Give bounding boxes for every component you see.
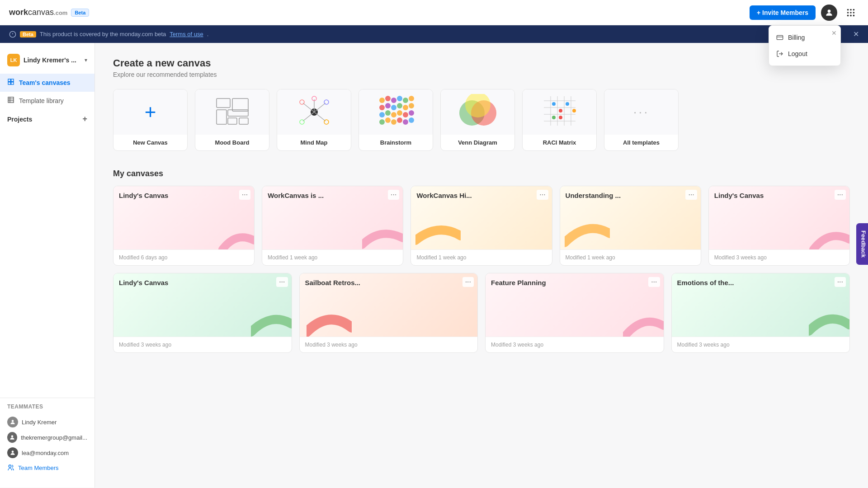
canvases-row2: ··· Lindy's Canvas Modified 3 weeks ago …: [113, 273, 850, 353]
dropdown-billing[interactable]: Billing: [769, 29, 840, 46]
svg-point-43: [385, 96, 391, 101]
canvases-section: My canvases ··· Lindy's Canvas Modified …: [113, 169, 850, 353]
template-mind-map[interactable]: Mind Map: [277, 89, 351, 151]
template-venn-diagram[interactable]: Venn Diagram: [440, 89, 515, 151]
app-title: workcanvas.com: [9, 8, 67, 17]
svg-point-4: [847, 12, 849, 14]
svg-rect-15: [8, 82, 10, 84]
projects-section-header: Projects +: [0, 110, 94, 128]
svg-point-7: [847, 14, 849, 16]
canvas-modified-6: Modified 3 weeks ago: [119, 342, 286, 348]
template-brainstorm[interactable]: Brainstorm: [359, 89, 433, 151]
canvas-modified-3: Modified 1 week ago: [416, 254, 546, 261]
template-raci-matrix-label: RACI Matrix: [523, 135, 596, 150]
template-new-canvas-label: New Canvas: [113, 135, 187, 150]
canvas-title-4: Understanding ...: [566, 192, 621, 199]
canvas-lindys-canvas-3[interactable]: ··· Lindy's Canvas Modified 3 weeks ago: [113, 273, 292, 353]
workspace-avatar: LK: [7, 54, 20, 66]
teammate-lea[interactable]: lea@monday.com: [7, 445, 87, 460]
svg-point-82: [559, 116, 562, 119]
sidebar-item-teams-canvases[interactable]: Team's canvases: [0, 74, 94, 92]
canvas-workcanvas-hi[interactable]: ··· WorkCanvas Hi... Modified 1 week ago: [410, 186, 552, 266]
svg-point-62: [391, 119, 396, 125]
template-mood-board-label: Mood Board: [195, 135, 269, 150]
canvas-menu-button-4[interactable]: ···: [685, 190, 697, 200]
template-mood-board[interactable]: Mood Board: [195, 89, 269, 151]
svg-point-79: [566, 102, 569, 106]
workspace-name: Lindy Kremer's ...: [24, 56, 81, 64]
svg-point-77: [552, 102, 556, 106]
canvases-row1: ··· Lindy's Canvas Modified 6 days ago ·…: [113, 186, 850, 266]
svg-point-56: [391, 112, 396, 117]
user-avatar-button[interactable]: [821, 5, 837, 21]
template-venn-diagram-label: Venn Diagram: [441, 135, 514, 150]
svg-point-47: [409, 96, 414, 101]
svg-rect-25: [217, 99, 230, 108]
canvas-menu-button-7[interactable]: ···: [462, 277, 474, 287]
canvas-lindys-canvas-1[interactable]: ··· Lindy's Canvas Modified 6 days ago: [113, 186, 255, 266]
canvas-feature-planning[interactable]: ··· Feature Planning Modified 3 weeks ag…: [485, 273, 664, 353]
workspace-selector[interactable]: LK Lindy Kremer's ... ▾: [0, 50, 94, 74]
teammate-lindy[interactable]: Lindy Kremer: [7, 414, 87, 430]
team-members-button[interactable]: Team Members: [7, 460, 87, 475]
canvas-workcanvas-is[interactable]: ··· WorkCanvas is ... Modified 1 week ag…: [262, 186, 403, 266]
svg-point-6: [853, 12, 855, 14]
canvas-menu-button-6[interactable]: ···: [276, 277, 288, 287]
svg-point-63: [397, 117, 402, 123]
svg-point-21: [12, 420, 14, 422]
svg-point-42: [379, 98, 385, 103]
canvas-lindys-canvas-2[interactable]: ··· Lindy's Canvas Modified 3 weeks ago: [708, 186, 850, 266]
template-library-label: Template library: [19, 97, 64, 104]
grid-menu-button[interactable]: [843, 5, 859, 21]
canvas-menu-button-3[interactable]: ···: [537, 190, 548, 200]
canvas-understanding[interactable]: ··· Understanding ... Modified 1 week ag…: [560, 186, 701, 266]
canvas-menu-button-2[interactable]: ···: [388, 190, 399, 200]
mood-board-preview: [214, 96, 250, 128]
svg-line-36: [303, 112, 314, 121]
svg-point-24: [9, 465, 11, 467]
banner-beta-tag: Beta: [20, 31, 36, 38]
team-members-label: Team Members: [18, 465, 59, 471]
svg-point-78: [559, 109, 562, 113]
banner-close-button[interactable]: ✕: [853, 30, 859, 38]
all-templates-icon: ···: [633, 105, 649, 119]
canvas-decoration-1: [213, 218, 254, 249]
template-all[interactable]: ··· All templates: [604, 89, 679, 151]
canvas-decoration-2: [362, 218, 403, 249]
feedback-label: Feedback: [860, 230, 867, 258]
canvas-decoration-7: [307, 305, 352, 337]
canvas-menu-button-8[interactable]: ···: [648, 277, 660, 287]
svg-point-81: [572, 109, 576, 113]
canvas-menu-button-5[interactable]: ···: [835, 190, 846, 200]
canvas-modified-7: Modified 3 weeks ago: [305, 342, 472, 348]
canvas-emotions-of-the[interactable]: ··· Emotions of the... Modified 3 weeks …: [671, 273, 850, 353]
feedback-tab[interactable]: Feedback: [857, 223, 868, 265]
canvas-title-6: Lindy's Canvas: [119, 279, 168, 286]
canvas-decoration-9: [809, 305, 849, 337]
svg-point-65: [409, 117, 414, 123]
teammate-avatar-thekremergroup: [7, 432, 17, 443]
canvas-sailboat-retros[interactable]: ··· Sailboat Retros... Modified 3 weeks …: [299, 273, 478, 353]
canvas-decoration-5: [809, 218, 849, 249]
svg-point-48: [379, 105, 385, 110]
template-new-canvas[interactable]: + New Canvas: [113, 89, 188, 151]
invite-members-button[interactable]: + Invite Members: [750, 5, 816, 20]
svg-point-60: [379, 119, 385, 125]
svg-point-80: [552, 116, 556, 119]
projects-add-button[interactable]: +: [82, 114, 87, 124]
teammate-thekremergroup[interactable]: thekremergroup@gmail...: [7, 430, 87, 445]
dropdown-logout[interactable]: Logout: [769, 46, 840, 62]
template-all-label: All templates: [604, 135, 678, 150]
terms-of-use-link[interactable]: Terms of use: [170, 31, 203, 38]
svg-rect-17: [8, 97, 14, 103]
dropdown-close-button[interactable]: ✕: [831, 29, 837, 37]
venn-diagram-preview: [458, 94, 498, 130]
teams-canvases-label: Team's canvases: [19, 79, 71, 86]
canvas-menu-button-1[interactable]: ···: [239, 190, 250, 200]
canvas-title-9: Emotions of the...: [677, 279, 734, 286]
svg-line-32: [303, 103, 314, 112]
template-raci-matrix[interactable]: RACI Matrix: [522, 89, 597, 151]
canvas-modified-4: Modified 1 week ago: [566, 254, 695, 261]
canvas-menu-button-9[interactable]: ···: [835, 277, 846, 287]
sidebar-item-template-library[interactable]: Template library: [0, 92, 94, 110]
